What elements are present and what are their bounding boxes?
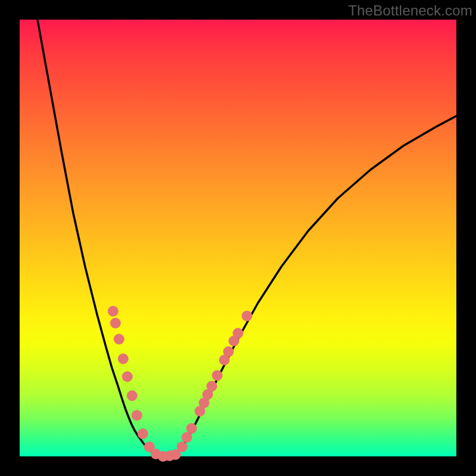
- watermark-text: TheBottleneck.com: [348, 2, 472, 19]
- chart-frame: TheBottleneck.com: [0, 0, 476, 476]
- highlight-dot: [212, 370, 223, 381]
- highlight-dot: [114, 334, 124, 345]
- highlight-dot: [122, 371, 133, 382]
- highlight-dot: [206, 381, 217, 392]
- highlight-dot: [131, 410, 142, 421]
- highlight-dot: [108, 306, 118, 317]
- marker-group: [108, 306, 252, 462]
- bottleneck-curve: [37, 20, 456, 456]
- highlight-dot: [186, 423, 197, 434]
- highlight-dot: [137, 428, 148, 439]
- highlight-dot: [223, 346, 234, 357]
- curve-group: [37, 20, 456, 456]
- highlight-dot: [110, 318, 121, 328]
- highlight-dot: [177, 441, 187, 452]
- highlight-dot: [118, 353, 129, 364]
- highlight-dot: [127, 390, 137, 401]
- highlight-dot: [242, 311, 252, 321]
- highlight-dot: [233, 328, 243, 339]
- chart-svg: [20, 20, 456, 456]
